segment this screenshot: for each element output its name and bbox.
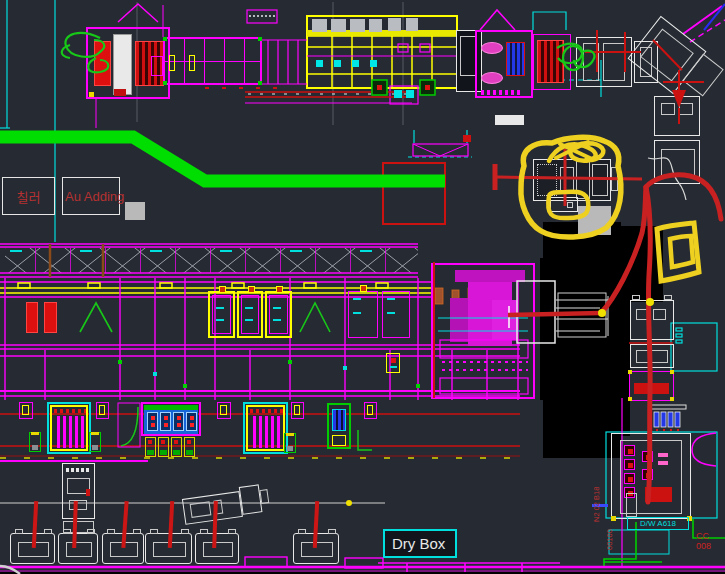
pipe-label-vertical: 00100 xyxy=(606,520,614,550)
red-arrow-down xyxy=(672,90,686,108)
marker-annotations xyxy=(0,0,725,574)
room-code-text: D/W A618 xyxy=(640,519,676,528)
cad-viewport[interactable]: 칠러 Au Adding xyxy=(0,0,725,574)
pipe-label-2-text: 00100 xyxy=(605,529,614,550)
cc-code-text: CC 008 xyxy=(696,531,711,551)
yellow-highlight-marker xyxy=(521,137,699,281)
dry-box-text: Dry Box xyxy=(392,535,445,552)
pipe-label-1-text: N2 02 B18 xyxy=(592,487,601,522)
grip-dots xyxy=(346,298,654,506)
cc-code-label: CC 008 xyxy=(696,531,725,551)
train-centerlines xyxy=(585,30,704,124)
green-route-band xyxy=(0,137,445,181)
red-route-marker xyxy=(601,175,721,502)
red-port-line xyxy=(508,313,601,315)
dry-box-label: Dry Box xyxy=(383,529,457,558)
green-scribbles xyxy=(62,33,595,72)
room-code-box: D/W A618 xyxy=(627,517,689,530)
pipe-label-vertical: N2 02 B18 xyxy=(593,472,601,522)
